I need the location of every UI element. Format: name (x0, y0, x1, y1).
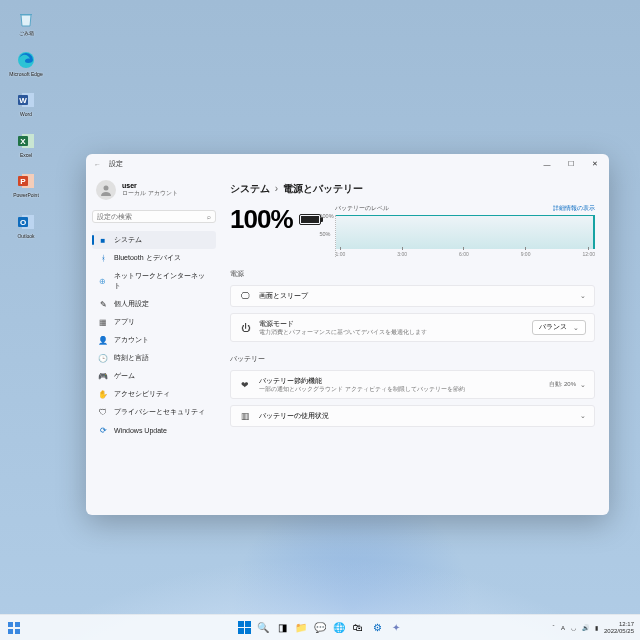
app-icon-2[interactable]: ✦ (388, 620, 404, 636)
desktop-icon-outlook[interactable]: OOutlook (6, 211, 46, 240)
card-battery-usage[interactable]: ▥ バッテリーの使用状況 ⌄ (230, 405, 595, 427)
store-button[interactable]: 🛍 (350, 620, 366, 636)
detail-link[interactable]: 詳細情報の表示 (553, 204, 595, 213)
nav-icon: ■ (98, 235, 108, 245)
minimize-button[interactable]: ― (535, 154, 559, 174)
desktop-icons: ごみ箱 Microsoft Edge WWord XExcel PPowerPo… (6, 8, 46, 239)
nav-list: ■システムᚼBluetooth とデバイス⊕ネットワークとインターネット✎個人用… (92, 231, 216, 439)
sidebar: user ローカル アカウント ⌕ ■システムᚼBluetooth とデバイス⊕… (86, 174, 222, 515)
powerpoint-icon: P (15, 170, 37, 192)
svg-text:W: W (19, 96, 27, 105)
section-power: 電源 (230, 269, 595, 279)
edge-icon (15, 49, 37, 71)
heart-leaf-icon: ❤ (239, 380, 251, 390)
sidebar-item-5[interactable]: 👤アカウント (92, 331, 216, 349)
search-input[interactable] (97, 213, 207, 220)
word-icon: W (15, 89, 37, 111)
breadcrumb: システム › 電源とバッテリー (230, 182, 595, 196)
sidebar-item-8[interactable]: ✋アクセシビリティ (92, 385, 216, 403)
svg-rect-20 (238, 628, 244, 634)
taskview-button[interactable]: ◨ (274, 620, 290, 636)
app-icon[interactable]: ⚙ (369, 620, 385, 636)
chat-button[interactable]: 💬 (312, 620, 328, 636)
nav-icon: 🎮 (98, 371, 108, 381)
breadcrumb-parent[interactable]: システム (230, 183, 270, 194)
sidebar-item-7[interactable]: 🎮ゲーム (92, 367, 216, 385)
monitor-icon: 🖵 (239, 291, 251, 301)
desktop-icon-powerpoint[interactable]: PPowerPoint (6, 170, 46, 199)
window-title: 設定 (109, 159, 123, 169)
recycle-bin-icon (15, 8, 37, 30)
chevron-down-icon: ⌄ (573, 324, 579, 332)
ime-icon[interactable]: A (561, 625, 565, 631)
bar-chart-icon: ▥ (239, 411, 251, 421)
sidebar-item-3[interactable]: ✎個人用設定 (92, 295, 216, 313)
explorer-button[interactable]: 📁 (293, 620, 309, 636)
nav-label: Windows Update (114, 427, 167, 434)
nav-icon: 🕒 (98, 353, 108, 363)
user-block[interactable]: user ローカル アカウント (92, 178, 216, 206)
desktop-icon-edge[interactable]: Microsoft Edge (6, 49, 46, 78)
card-screen-sleep[interactable]: 🖵 画面とスリープ ⌄ (230, 285, 595, 307)
power-mode-dropdown[interactable]: バランス ⌄ (532, 320, 586, 335)
search-button[interactable]: 🔍 (255, 620, 271, 636)
system-tray[interactable]: ˄ A ◡ 🔊 ▮ 12:17 2022/05/25 (552, 621, 634, 634)
nav-icon: ✋ (98, 389, 108, 399)
power-plug-icon: ⏻ (239, 323, 251, 333)
taskbar: 🔍 ◨ 📁 💬 🌐 🛍 ⚙ ✦ ˄ A ◡ 🔊 ▮ 12:17 2022/05/… (0, 614, 640, 640)
avatar-icon (96, 180, 116, 200)
wifi-icon[interactable]: ◡ (571, 624, 576, 631)
user-name: user (122, 182, 178, 189)
sidebar-item-9[interactable]: 🛡プライバシーとセキュリティ (92, 403, 216, 421)
edge-taskbar-icon[interactable]: 🌐 (331, 620, 347, 636)
sidebar-item-1[interactable]: ᚼBluetooth とデバイス (92, 249, 216, 267)
section-battery: バッテリー (230, 354, 595, 364)
nav-icon: ᚼ (98, 253, 108, 263)
search-box[interactable]: ⌕ (92, 210, 216, 223)
content-pane: システム › 電源とバッテリー 100% バッテリーのレベル 詳細情報の表示 1… (222, 174, 609, 515)
nav-label: アプリ (114, 317, 135, 327)
sidebar-item-0[interactable]: ■システム (92, 231, 216, 249)
sidebar-item-2[interactable]: ⊕ネットワークとインターネット (92, 267, 216, 295)
chart-title: バッテリーのレベル (335, 204, 389, 213)
nav-icon: ⊕ (98, 276, 108, 286)
chevron-down-icon: ⌄ (580, 292, 586, 300)
sound-icon[interactable]: 🔊 (582, 624, 589, 631)
battery-tray-icon[interactable]: ▮ (595, 624, 598, 631)
widgets-button[interactable] (6, 620, 22, 636)
svg-rect-14 (8, 622, 13, 627)
svg-text:X: X (20, 137, 26, 146)
chevron-up-icon[interactable]: ˄ (552, 624, 555, 631)
chevron-down-icon: ⌄ (580, 412, 586, 420)
card-battery-saver[interactable]: ❤ バッテリー節約機能 一部の通知とバックグラウンド アクティビティを制限してバ… (230, 370, 595, 399)
nav-icon: ▦ (98, 317, 108, 327)
svg-rect-18 (238, 621, 244, 627)
start-button[interactable] (236, 620, 252, 636)
chevron-down-icon: ⌄ (580, 381, 586, 389)
titlebar[interactable]: ← 設定 ― ☐ ✕ (86, 154, 609, 174)
card-power-mode[interactable]: ⏻ 電源モード 電力消費とパフォーマンスに基づいてデバイスを最適化します バラン… (230, 313, 595, 342)
outlook-icon: O (15, 211, 37, 233)
breadcrumb-current: 電源とバッテリー (283, 183, 363, 194)
close-button[interactable]: ✕ (583, 154, 607, 174)
clock[interactable]: 12:17 2022/05/25 (604, 621, 634, 634)
desktop-icon-excel[interactable]: XExcel (6, 130, 46, 159)
nav-label: Bluetooth とデバイス (114, 253, 181, 263)
sidebar-item-4[interactable]: ▦アプリ (92, 313, 216, 331)
svg-rect-21 (245, 628, 251, 634)
svg-rect-15 (15, 622, 20, 627)
back-icon[interactable]: ← (94, 161, 101, 168)
nav-label: 時刻と言語 (114, 353, 149, 363)
settings-window: ← 設定 ― ☐ ✕ user ローカル アカウント ⌕ ■システムᚼBluet… (86, 154, 609, 515)
sidebar-item-6[interactable]: 🕒時刻と言語 (92, 349, 216, 367)
sidebar-item-10[interactable]: ⟳Windows Update (92, 421, 216, 439)
nav-label: ゲーム (114, 371, 135, 381)
desktop-icon-recycle-bin[interactable]: ごみ箱 (6, 8, 46, 37)
desktop-icon-word[interactable]: WWord (6, 89, 46, 118)
maximize-button[interactable]: ☐ (559, 154, 583, 174)
nav-icon: 👤 (98, 335, 108, 345)
nav-icon: ⟳ (98, 425, 108, 435)
nav-label: 個人用設定 (114, 299, 149, 309)
svg-rect-19 (245, 621, 251, 627)
battery-full-icon (299, 214, 321, 225)
